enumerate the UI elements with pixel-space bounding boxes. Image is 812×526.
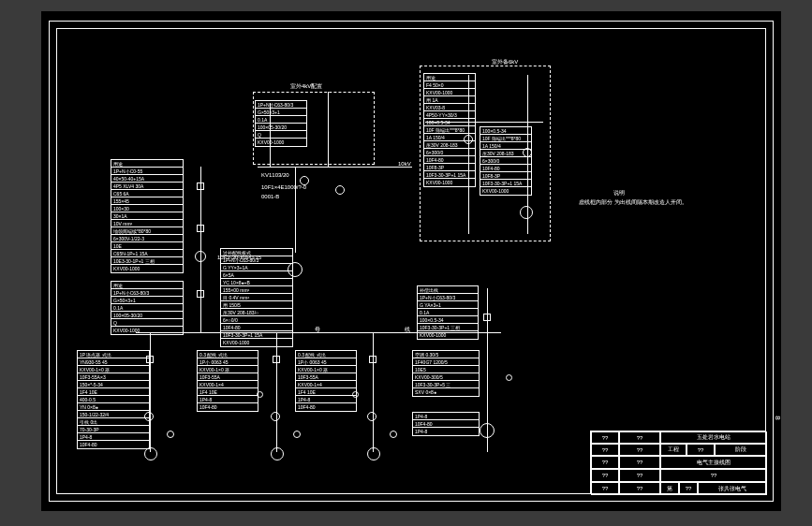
gen-2 bbox=[271, 447, 284, 460]
tb-e1b: ?? bbox=[619, 431, 660, 444]
table-8b: 1P4-8 10F4-80 1P4-8 bbox=[412, 412, 480, 436]
t7-c: KXV00-1×4 bbox=[198, 381, 258, 388]
tb-e3: ?? bbox=[591, 456, 619, 469]
t4-c: 100×0.5-34 bbox=[418, 316, 478, 324]
t7b-c: 1F4 10E bbox=[296, 388, 356, 396]
t7b-c: 1P小 0063 45 bbox=[296, 358, 356, 366]
t1-c: C65N-1P+1 15A bbox=[111, 250, 183, 257]
t1-c: 155×45 bbox=[111, 197, 183, 205]
table-1: 用途 1P+N小C0-55 40×50-40+15A 4P5 XLV4 30A … bbox=[111, 159, 184, 273]
t7b-c: KXV00-1×0 器 bbox=[296, 366, 356, 373]
t3-c: 6×5A bbox=[221, 271, 292, 279]
t5-c: 10F8-3P bbox=[424, 164, 475, 171]
aux-2 bbox=[293, 431, 301, 438]
title-block: ?? ?? 五处岩水电站 ?? ?? 工程 ?? 阶段 ?? ?? 电气主接线图… bbox=[590, 431, 766, 494]
tb-drw: 电气主接线图 bbox=[660, 456, 767, 469]
vl-6 bbox=[276, 332, 277, 452]
table-4: 补偿出线 1P+N小C63-80/3 G YA×3+1 0.1A 100×0.5… bbox=[417, 285, 479, 340]
table-2: 用途 1P+N小C63-80/3 G×50×3+1 0.1A 100×05-30… bbox=[111, 281, 184, 335]
t5b-c: 10F3-30-3P+1 15A bbox=[480, 180, 531, 187]
t5b-c: 压30V 208-183 bbox=[480, 150, 531, 157]
tb-e5b: ?? bbox=[619, 482, 660, 495]
tul-c: KXV00-1000 bbox=[256, 139, 306, 146]
tb-stage: 阶段 bbox=[715, 444, 767, 456]
t5-c: 10F 筛端出***8*80 bbox=[424, 126, 475, 134]
t5b-c: 1A 150/4 bbox=[480, 142, 531, 150]
t5-c: 10F4-80 bbox=[424, 156, 475, 164]
t7b-c: 10F3-55A bbox=[296, 373, 356, 381]
t5-c: KXV00-1000 bbox=[424, 179, 475, 186]
t3-c: YC 10×8●+B bbox=[221, 279, 292, 286]
vl-5 bbox=[150, 332, 151, 452]
breaker-6 bbox=[369, 356, 376, 363]
t5b-c: KXV00-1000 bbox=[480, 187, 531, 195]
t3-c: 6×○0/0 bbox=[221, 316, 292, 324]
bus-lower-b: 线 bbox=[405, 326, 410, 334]
tb-e4: ?? bbox=[591, 469, 619, 482]
t3-c: 155×00 mm² bbox=[221, 286, 292, 294]
vl-7 bbox=[373, 332, 374, 452]
t5b-c: 10F8-3P bbox=[480, 172, 531, 180]
t1-c: 10E3-30-1P+1 三相 bbox=[111, 257, 183, 265]
t7-c: 0.3 配线 式出 bbox=[198, 351, 258, 358]
t8-c: 1F40G7 1200/5 bbox=[413, 358, 479, 366]
t2-c: 100×05-30/20 bbox=[111, 312, 183, 319]
bus-10kv-label: 10kV bbox=[398, 161, 411, 167]
t2-c: G×50×3+1 bbox=[111, 297, 183, 304]
table-5b: 100×0.5-34 10F 筛端出***8*80 1A 150/4 压30V … bbox=[480, 126, 532, 196]
table-7b: 0.3 配线 式出 1P小 0063 45 KXV00-1×0 器 10F3-5… bbox=[295, 350, 357, 412]
inline-a2: 10F1×4E1000/?-0 bbox=[261, 184, 306, 190]
t8b-c: 1P4-8 bbox=[413, 428, 479, 435]
table-8: 空调 0.30/5 1F40G7 1200/5 10E5 KXV00-300/5… bbox=[412, 350, 480, 397]
tb-pre: 第 bbox=[660, 482, 679, 495]
t2-c: 用途 bbox=[111, 282, 183, 289]
tb-e5c: ?? bbox=[679, 482, 698, 495]
t7-c: 10F3-55A bbox=[198, 373, 258, 381]
vl-4 bbox=[295, 167, 296, 253]
tb-pv: ?? bbox=[687, 444, 715, 456]
t8-c: SXV 0×8● bbox=[413, 388, 479, 396]
t4-c: 补偿出线 bbox=[418, 286, 478, 294]
t5-c: 4P50-YY×30/3 bbox=[424, 111, 475, 119]
t1-c: 40×50-40+15A bbox=[111, 175, 183, 183]
ct-4 bbox=[367, 412, 376, 421]
table-3: 过补配线板式 1P+N小C63-80/3 G YY×3+1A 6×5A YC 1… bbox=[220, 248, 293, 347]
aux-6 bbox=[506, 374, 512, 381]
t3-c: 10F4-80 bbox=[221, 324, 292, 331]
t6-c: 1P4-8 bbox=[78, 433, 149, 441]
note-header: 说明 bbox=[613, 189, 625, 197]
t4-c: 0.1A bbox=[418, 309, 478, 316]
t8-c: 10F3-30-3P+5 三 bbox=[413, 381, 479, 388]
table-7: 0.3 配线 式出 1P小 0063 45 KXV00-1×0 器 10F3-5… bbox=[197, 350, 258, 412]
t8b-c: 10F4-80 bbox=[413, 420, 479, 428]
breaker-7 bbox=[483, 314, 491, 321]
t5-c: KXV00-1000 bbox=[424, 89, 475, 96]
t6-c: 1F4 10E bbox=[78, 388, 149, 396]
t2-c: 1P+N小C63-80/3 bbox=[111, 289, 183, 297]
vl-3 bbox=[328, 92, 329, 167]
t5b-c: 6×300/0 bbox=[480, 157, 531, 165]
t5-c: 1A 150/4 bbox=[424, 134, 475, 141]
aux-3 bbox=[390, 431, 397, 438]
t4-c: 10F3-30-3P+1 三相 bbox=[418, 324, 478, 331]
tb-e1: ?? bbox=[591, 431, 619, 444]
t2-c: KXV00-1000 bbox=[111, 327, 183, 334]
t6-c: 70-30-3P bbox=[78, 426, 149, 433]
t7b-c: 1P4-8 bbox=[296, 396, 356, 403]
t8b-c: 1P4-8 bbox=[413, 413, 479, 420]
t5b-c: 10F4-80 bbox=[480, 165, 531, 172]
switch-label-left: 室外4kV配置 bbox=[290, 82, 322, 91]
t3-c: 压30V 208-183/○ bbox=[221, 309, 292, 316]
tb-e5: ?? bbox=[591, 482, 619, 495]
inline-a1: KV1103/20 bbox=[261, 172, 289, 178]
t1-c: 10E bbox=[111, 242, 183, 250]
t7-c: KXV00-1×0 器 bbox=[198, 366, 258, 373]
tul-c: 0.1A bbox=[256, 116, 306, 124]
tb-proj: 工程 bbox=[660, 444, 687, 456]
t8-c: 10E5 bbox=[413, 366, 479, 373]
pt-1 bbox=[335, 185, 345, 195]
t2-c: 0.1A bbox=[111, 304, 183, 312]
table-5: 用途 F4 50×0 KXV00-1000 用 1A KXV03-8 4P50-… bbox=[423, 73, 476, 187]
t7b-c: 0.3 配线 式出 bbox=[296, 351, 356, 358]
vl-1 bbox=[200, 167, 201, 332]
